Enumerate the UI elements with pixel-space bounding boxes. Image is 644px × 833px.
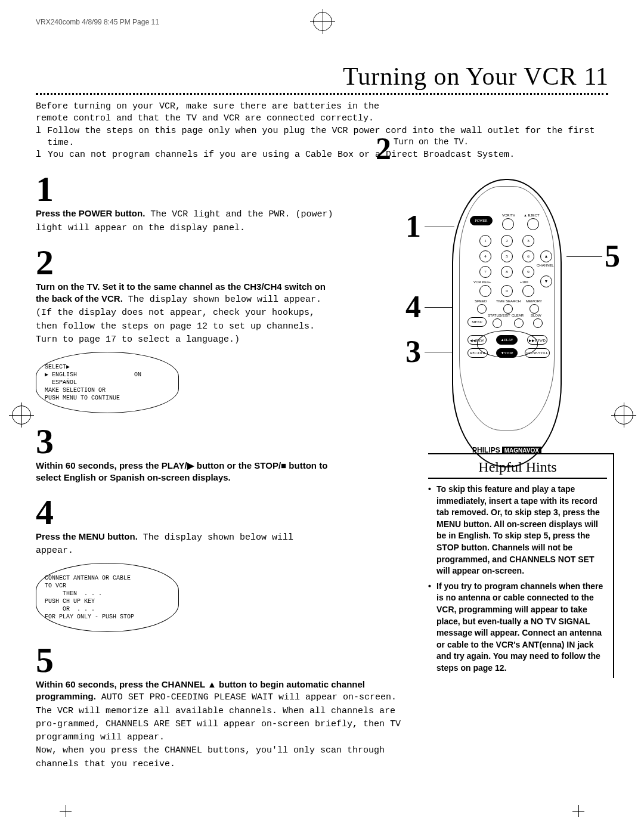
callout-line	[566, 256, 602, 257]
osd-line: CONNECT ANTENNA OR CABLE	[45, 574, 170, 582]
ffwd-button: ▶▶F.FWD	[527, 335, 547, 345]
crop-mark	[60, 805, 72, 817]
speed-button	[477, 304, 487, 314]
step-number-2: 2	[36, 246, 334, 278]
step-1-bold: Press the POWER button.	[36, 208, 145, 218]
callout-line	[425, 352, 454, 352]
dotted-rule	[36, 93, 608, 95]
osd-line: PUSH MENU TO CONTINUE	[45, 394, 170, 402]
step-4-bold: Press the MENU button.	[36, 531, 138, 541]
plus100-label: +100	[520, 280, 528, 284]
timesearch-label: TIME SEARCH	[496, 299, 521, 303]
recotr-button: REC/OTR	[467, 348, 488, 358]
eject-button	[527, 218, 539, 230]
osd-language-select: SELECT▶ ▶ ENGLISH ON ESPAÑOL MAKE SELECT…	[36, 352, 179, 413]
pause-button: PAUSE/STILL	[525, 348, 550, 358]
power-button: POWER	[470, 216, 493, 225]
keypad-0: 0	[501, 285, 513, 297]
menu-button: MENU	[467, 317, 487, 327]
callout-2: 2	[376, 131, 391, 166]
statusexit-label: STATUS/EXIT	[488, 314, 510, 317]
clear-button	[514, 318, 524, 328]
statusexit-button	[493, 318, 502, 328]
helpful-hints-box: Helpful Hints •To skip this feature and …	[428, 453, 614, 678]
keypad-6: 6	[522, 250, 534, 262]
vcrtv-button	[502, 218, 514, 230]
eject-label: ▲ EJECT	[524, 213, 540, 217]
step-4-body: Press the MENU button. The display shown…	[36, 531, 334, 558]
intro-line: remote control and that the TV and VCR a…	[36, 113, 608, 125]
slow-button	[533, 318, 543, 328]
callout-2-note: Turn on the TV.	[394, 137, 469, 147]
osd-connect-antenna: CONNECT ANTENNA OR CABLE TO VCR THEN . .…	[36, 563, 179, 632]
registration-mark-left	[12, 405, 31, 425]
channel-up-button: ▲	[540, 250, 552, 262]
bullet-icon: •	[428, 484, 436, 577]
bullet-marker: l	[36, 149, 48, 161]
channel-down-button: ▼	[540, 275, 552, 287]
osd-line: OR . . .	[45, 605, 170, 613]
callout-5: 5	[605, 239, 620, 274]
page-number: 11	[584, 62, 608, 91]
clear-label: CLEAR	[512, 314, 524, 317]
keypad-3: 3	[522, 235, 534, 247]
callout-1: 1	[405, 209, 421, 244]
callout-line	[425, 227, 454, 227]
intro-bullet: Follow the steps on this page only when …	[47, 125, 608, 150]
osd-line: ▶ ENGLISH ON	[45, 371, 170, 379]
memory-label: MEMORY	[526, 299, 542, 303]
keypad-2: 2	[501, 235, 513, 247]
step-number-1: 1	[36, 173, 334, 205]
intro-line: Before turning on your VCR, make sure th…	[36, 101, 608, 113]
play-button: ▲PLAY	[496, 335, 518, 345]
osd-line: TO VCR	[45, 582, 170, 590]
vcrplus-label: VCR Plus+	[473, 280, 491, 284]
step-5-text: AUTO SET PRO-CEEDING PLEASE WAIT will ap…	[36, 692, 401, 769]
osd-line: SELECT▶	[45, 363, 170, 371]
step-1-body: Press the POWER button. The VCR light an…	[36, 208, 334, 234]
osd-line: ESPAÑOL	[45, 379, 170, 386]
osd-line: PUSH CH UP KEY	[45, 597, 170, 605]
step-3-body: Within 60 seconds, press the PLAY/▶ butt…	[36, 460, 334, 484]
intro-block: Before turning on your VCR, make sure th…	[36, 101, 608, 161]
timesearch-button	[503, 304, 513, 314]
page-title: Turning on Your VCR	[343, 62, 577, 91]
plus100-button	[522, 285, 534, 297]
remote-control-diagram: POWER VCR/TV ▲ EJECT 1 2 3 4 5 6 7 8 9 C…	[452, 179, 562, 467]
speed-label: SPEED	[475, 299, 487, 303]
print-header: VRX240comb 4/8/99 8:45 PM Page 11	[36, 18, 608, 26]
channel-label: CHANNEL	[537, 264, 554, 267]
osd-line: THEN . . .	[45, 590, 170, 597]
slow-label: SLOW	[531, 314, 541, 317]
registration-mark-right	[614, 405, 633, 425]
keypad-4: 4	[479, 250, 491, 262]
rew-button: ◀◀REW	[467, 335, 487, 345]
bullet-marker: l	[36, 125, 47, 150]
osd-line: FOR PLAY ONLY - PUSH STOP	[45, 613, 170, 621]
step-2-body: Turn on the TV. Set it to the same chann…	[36, 281, 334, 346]
vcrtv-label: VCR/TV	[502, 213, 515, 217]
keypad-7: 7	[479, 266, 491, 278]
step-number-3: 3	[36, 425, 334, 457]
hint-2: If you try to program channels when ther…	[436, 581, 607, 674]
callout-line	[425, 307, 454, 308]
memory-button	[530, 304, 539, 314]
crop-mark	[572, 805, 584, 817]
bullet-icon: •	[428, 581, 436, 674]
callout-3: 3	[405, 334, 421, 369]
callout-4: 4	[405, 289, 421, 324]
step-5-body: Within 60 seconds, press the CHANNEL ▲ b…	[36, 679, 405, 770]
keypad-8: 8	[501, 266, 513, 278]
keypad-9: 9	[522, 266, 534, 278]
keypad-5: 5	[501, 250, 513, 262]
vcrplus-button	[479, 285, 491, 297]
step-3-bold: Within 60 seconds, press the PLAY/▶ butt…	[36, 460, 327, 482]
step-number-5: 5	[36, 644, 334, 676]
hints-title: Helpful Hints	[428, 459, 607, 479]
step-number-4: 4	[36, 496, 334, 528]
stop-button: ▼STOP	[496, 348, 518, 358]
hint-1: To skip this feature and play a tape imm…	[436, 484, 607, 577]
osd-line: MAKE SELECTION OR	[45, 386, 170, 394]
keypad-1: 1	[479, 235, 491, 247]
intro-bullet: You can not program channels if you are …	[48, 149, 515, 161]
